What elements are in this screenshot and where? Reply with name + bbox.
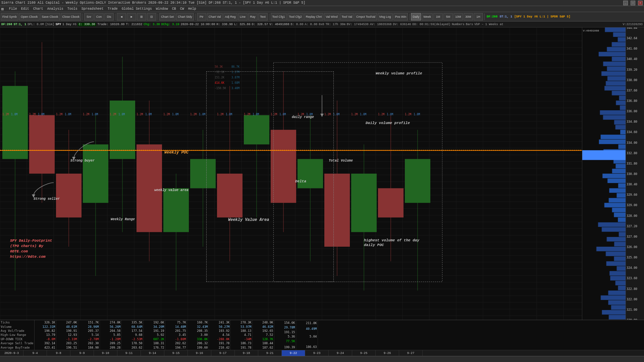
cmpct-tool-val-button[interactable]: Cmpct ToolVal bbox=[355, 13, 377, 20]
menu-cw[interactable]: CW bbox=[180, 7, 184, 11]
close-info: C: 330.30 bbox=[78, 23, 96, 26]
menu-edit[interactable]: Edit bbox=[21, 7, 29, 11]
numbers-info: Numbers bbox=[452, 23, 465, 26]
menu-window[interactable]: Window bbox=[156, 7, 168, 11]
stat-cell: 40.49M bbox=[297, 327, 317, 330]
date-cell[interactable]: 9-11 bbox=[117, 350, 141, 356]
bar-num-info: #6 bbox=[73, 23, 76, 26]
date-cell[interactable]: 9-25 bbox=[352, 350, 376, 356]
volume-label: Volume bbox=[1, 325, 34, 328]
stat-cell: 191.15 bbox=[275, 330, 295, 334]
stat-cell: 53.97M bbox=[231, 325, 252, 328]
tool-val-button[interactable]: Tool Val bbox=[340, 13, 354, 20]
date-cell[interactable]: 9-21 bbox=[258, 350, 282, 356]
stat-cell: 199.60 bbox=[188, 346, 208, 349]
high-low-label: High-Low Range bbox=[1, 333, 34, 337]
menu-tools[interactable]: Tools bbox=[67, 7, 77, 11]
stat-cell: 46.82M bbox=[253, 325, 273, 328]
stat-cell: 278.3K bbox=[231, 321, 252, 324]
arrow-right-button[interactable]: ► bbox=[127, 13, 136, 20]
10m-button[interactable]: 10M bbox=[453, 13, 463, 20]
date-cell[interactable]: 9-8 bbox=[47, 350, 70, 356]
week-button[interactable]: Week bbox=[422, 13, 433, 20]
date-cell[interactable]: 9-22 bbox=[282, 350, 305, 356]
menu-trade[interactable]: Trade bbox=[108, 7, 118, 11]
menu-chart[interactable]: Chart bbox=[33, 7, 43, 11]
stats-col-11: 154.6K29.78M191.155.3677.5K199.39 bbox=[274, 320, 296, 350]
1m-button[interactable]: 1M bbox=[433, 13, 443, 20]
pos-win-button[interactable]: Pos Win bbox=[393, 13, 408, 20]
menu-help[interactable]: Help bbox=[188, 7, 196, 11]
menu-global-settings[interactable]: Global Settings bbox=[122, 7, 152, 11]
date-cell[interactable]: 9-16 bbox=[188, 350, 211, 356]
date-cell[interactable]: 2020-9-3 bbox=[0, 350, 23, 356]
stat-cell: 12.93 bbox=[57, 333, 77, 337]
stat-cell: 68.64M bbox=[122, 325, 143, 328]
chart-set-button[interactable]: Chart Set bbox=[159, 13, 175, 20]
menu-cb[interactable]: CB bbox=[172, 7, 176, 11]
ptr-button[interactable]: Ptr bbox=[197, 13, 206, 20]
find-symb-button[interactable]: Find Symb bbox=[1, 13, 18, 20]
stat-cell: 4.71 bbox=[231, 333, 252, 337]
date-cell[interactable]: 9-18 bbox=[235, 350, 258, 356]
1h-button[interactable]: 1H bbox=[474, 13, 483, 20]
tool-cfg2-button[interactable]: Tool Cfg2 bbox=[287, 13, 304, 20]
datetime-info: 2020-09-22 16:00:00 bbox=[181, 23, 215, 26]
date-cell[interactable]: 9-24 bbox=[329, 350, 352, 356]
maximize-button[interactable]: □ bbox=[631, 1, 635, 5]
date-cell[interactable]: 9-23 bbox=[305, 350, 329, 356]
date-cell[interactable]: 9-27 bbox=[399, 350, 423, 356]
date-cell[interactable]: 9-17 bbox=[211, 350, 235, 356]
open-cbook-button[interactable]: Open Cbook bbox=[19, 13, 40, 20]
menu-spreadsheet[interactable]: Spreadsheet bbox=[82, 7, 104, 11]
date-cell[interactable]: 9-10 bbox=[94, 350, 117, 356]
volume-info: V: 40491088 bbox=[269, 23, 289, 26]
arrow-left-button[interactable]: ◄ bbox=[117, 13, 126, 20]
stat-cell: 5.14 bbox=[79, 333, 99, 337]
text-button[interactable]: Text bbox=[258, 13, 268, 20]
stat-cell: 48.61M bbox=[57, 325, 77, 328]
stat-cell: 204.58 bbox=[101, 329, 121, 333]
stat-cell: 248.9K bbox=[253, 321, 273, 324]
adj-reg-button[interactable]: Adj Reg bbox=[223, 13, 237, 20]
stat-cell: 199.39 bbox=[275, 346, 295, 349]
30m-button[interactable]: 30M bbox=[464, 13, 473, 20]
close-cbook-button[interactable]: Close Cbook bbox=[61, 13, 82, 20]
daily-button[interactable]: Daily bbox=[411, 13, 421, 20]
stat-cell: 56.26M bbox=[101, 325, 121, 328]
con-button[interactable]: Con bbox=[94, 13, 104, 20]
up-down-label: UP-DOWN TICK bbox=[1, 338, 34, 341]
stats-col-7: 160.7K32.43M208.353.00336.8K206.32199.60 bbox=[187, 320, 209, 350]
close-button[interactable]: ✕ bbox=[638, 1, 643, 5]
menu-file[interactable]: File bbox=[9, 7, 17, 11]
open-info: O: 328.57 bbox=[252, 23, 268, 26]
date-cell[interactable]: 9-26 bbox=[376, 350, 399, 356]
stat-cell: 335.5K bbox=[122, 321, 143, 324]
x0-info: 0x0 bbox=[319, 23, 324, 26]
compress-button[interactable]: ⊞ bbox=[137, 13, 146, 20]
line-button[interactable]: Line bbox=[238, 13, 248, 20]
chart-canvas[interactable]: Weekly POC weekly value area Weekly Rang… bbox=[0, 27, 582, 320]
date-cell[interactable]: 9-15 bbox=[164, 350, 188, 356]
ray-button[interactable]: Ray bbox=[248, 13, 258, 20]
info-bar: DF:268 ST:1, 1 DPL: 0.0M [Sim] SPY 1 Day… bbox=[0, 21, 644, 27]
5m-button[interactable]: 5M bbox=[443, 13, 453, 20]
stats-col-10: 248.9K46.82M192.657.52128.7K188.44187.62 bbox=[253, 320, 274, 350]
val-wind-button[interactable]: Val Wind bbox=[324, 13, 339, 20]
date-cell[interactable]: 9-14 bbox=[141, 350, 164, 356]
snr-button[interactable]: Snr bbox=[84, 13, 94, 20]
minimize-button[interactable]: _ bbox=[623, 1, 628, 5]
save-cbook-button[interactable]: Save Cbook bbox=[40, 13, 60, 20]
expand-button[interactable]: ⊟ bbox=[147, 13, 156, 20]
date-cell[interactable]: 9-9 bbox=[70, 350, 94, 356]
menu-analysis[interactable]: Analysis bbox=[47, 7, 63, 11]
date-cell[interactable]: 9-4 bbox=[23, 350, 47, 356]
stat-cell: 192.6K bbox=[144, 321, 164, 324]
dis-button[interactable]: Dis bbox=[104, 13, 114, 20]
tool-cfg1-button[interactable]: Tool Cfg1 bbox=[271, 13, 287, 20]
replay-chrt-button[interactable]: Replay Chrt bbox=[304, 13, 324, 20]
chart-val-button[interactable]: Chart Val bbox=[207, 13, 223, 20]
chart-stdy-button[interactable]: Chart Stdy bbox=[176, 13, 194, 20]
stat-cell: -1.28M bbox=[101, 338, 121, 341]
msg-log-button[interactable]: Msg Log bbox=[378, 13, 393, 20]
